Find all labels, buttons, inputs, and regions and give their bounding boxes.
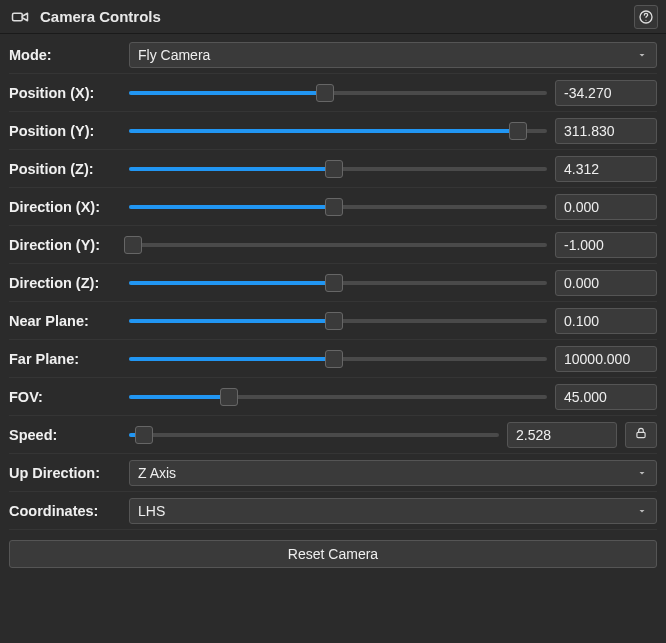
up-direction-select-value: Z Axis — [138, 465, 176, 481]
mode-row: Mode: Fly Camera — [9, 42, 657, 74]
svg-point-2 — [645, 19, 646, 20]
far-plane-slider[interactable] — [129, 348, 547, 370]
panel-header: Camera Controls — [0, 0, 666, 34]
direction-x-row: Direction (X): 0.000 — [9, 194, 657, 226]
fov-label: FOV: — [9, 389, 121, 405]
panel-title: Camera Controls — [40, 8, 626, 25]
position-y-label: Position (Y): — [9, 123, 121, 139]
speed-slider[interactable] — [129, 424, 499, 446]
position-y-input[interactable]: 311.830 — [555, 118, 657, 144]
position-x-row: Position (X): -34.270 — [9, 80, 657, 112]
chevron-down-icon — [636, 467, 648, 479]
direction-x-input[interactable]: 0.000 — [555, 194, 657, 220]
speed-lock-button[interactable] — [625, 422, 657, 448]
direction-x-slider[interactable] — [129, 196, 547, 218]
up-direction-select[interactable]: Z Axis — [129, 460, 657, 486]
slider-thumb[interactable] — [325, 312, 343, 330]
position-y-slider[interactable] — [129, 120, 547, 142]
mode-select-value: Fly Camera — [138, 47, 210, 63]
slider-thumb[interactable] — [325, 160, 343, 178]
slider-thumb[interactable] — [325, 350, 343, 368]
far-plane-row: Far Plane: 10000.000 — [9, 346, 657, 378]
coordinates-row: Coordinates: LHS — [9, 498, 657, 530]
position-x-input[interactable]: -34.270 — [555, 80, 657, 106]
far-plane-input[interactable]: 10000.000 — [555, 346, 657, 372]
coordinates-select-value: LHS — [138, 503, 165, 519]
position-z-row: Position (Z): 4.312 — [9, 156, 657, 188]
lock-icon — [634, 426, 648, 443]
slider-thumb[interactable] — [135, 426, 153, 444]
direction-z-row: Direction (Z): 0.000 — [9, 270, 657, 302]
direction-x-label: Direction (X): — [9, 199, 121, 215]
camera-icon — [8, 5, 32, 29]
speed-row: Speed: 2.528 — [9, 422, 657, 454]
mode-select[interactable]: Fly Camera — [129, 42, 657, 68]
direction-y-label: Direction (Y): — [9, 237, 121, 253]
panel-body: Mode: Fly Camera Position (X): -34.270 P… — [0, 34, 666, 578]
direction-y-slider[interactable] — [129, 234, 547, 256]
slider-thumb[interactable] — [316, 84, 334, 102]
direction-z-input[interactable]: 0.000 — [555, 270, 657, 296]
svg-rect-0 — [13, 13, 23, 21]
speed-input[interactable]: 2.528 — [507, 422, 617, 448]
slider-thumb[interactable] — [220, 388, 238, 406]
speed-label: Speed: — [9, 427, 121, 443]
direction-y-input[interactable]: -1.000 — [555, 232, 657, 258]
near-plane-slider[interactable] — [129, 310, 547, 332]
slider-thumb[interactable] — [325, 198, 343, 216]
fov-input[interactable]: 45.000 — [555, 384, 657, 410]
direction-z-slider[interactable] — [129, 272, 547, 294]
fov-slider[interactable] — [129, 386, 547, 408]
near-plane-row: Near Plane: 0.100 — [9, 308, 657, 340]
slider-thumb[interactable] — [509, 122, 527, 140]
svg-rect-3 — [637, 432, 645, 437]
up-direction-row: Up Direction: Z Axis — [9, 460, 657, 492]
position-y-row: Position (Y): 311.830 — [9, 118, 657, 150]
position-x-label: Position (X): — [9, 85, 121, 101]
near-plane-label: Near Plane: — [9, 313, 121, 329]
svg-point-1 — [640, 11, 652, 23]
near-plane-input[interactable]: 0.100 — [555, 308, 657, 334]
chevron-down-icon — [636, 505, 648, 517]
position-z-input[interactable]: 4.312 — [555, 156, 657, 182]
coordinates-select[interactable]: LHS — [129, 498, 657, 524]
position-x-slider[interactable] — [129, 82, 547, 104]
up-direction-label: Up Direction: — [9, 465, 121, 481]
reset-camera-button[interactable]: Reset Camera — [9, 540, 657, 568]
camera-controls-panel: Camera Controls Mode: Fly Camera Positio… — [0, 0, 666, 643]
position-z-label: Position (Z): — [9, 161, 121, 177]
direction-y-row: Direction (Y): -1.000 — [9, 232, 657, 264]
coordinates-label: Coordinates: — [9, 503, 121, 519]
far-plane-label: Far Plane: — [9, 351, 121, 367]
position-z-slider[interactable] — [129, 158, 547, 180]
slider-thumb[interactable] — [124, 236, 142, 254]
slider-thumb[interactable] — [325, 274, 343, 292]
chevron-down-icon — [636, 49, 648, 61]
mode-label: Mode: — [9, 47, 121, 63]
fov-row: FOV: 45.000 — [9, 384, 657, 416]
direction-z-label: Direction (Z): — [9, 275, 121, 291]
help-button[interactable] — [634, 5, 658, 29]
